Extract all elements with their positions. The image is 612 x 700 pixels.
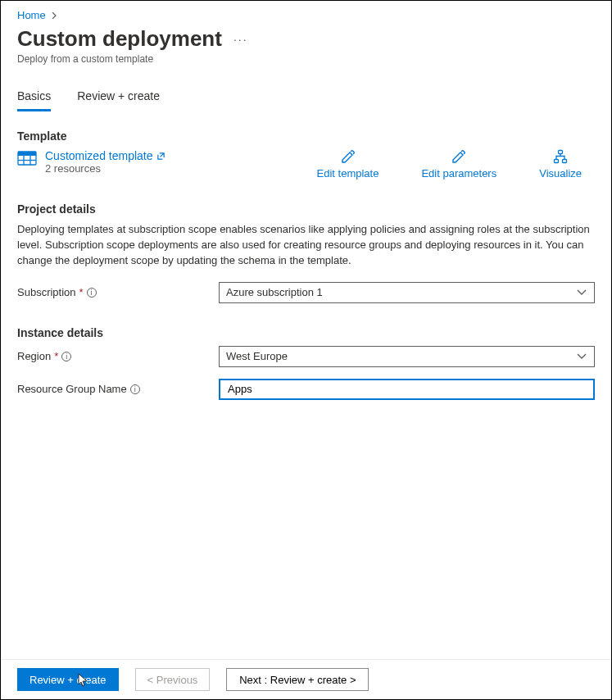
pencil-icon xyxy=(451,149,466,164)
visualize-button[interactable]: Visualize xyxy=(539,149,582,180)
review-create-button[interactable]: Review + create xyxy=(17,668,119,691)
svg-rect-1 xyxy=(18,152,36,156)
section-template: Template xyxy=(17,130,595,143)
edit-template-label: Edit template xyxy=(317,167,379,180)
info-icon[interactable]: i xyxy=(87,288,97,298)
info-icon[interactable]: i xyxy=(130,384,140,394)
more-actions-icon[interactable]: ··· xyxy=(233,33,248,46)
pencil-icon xyxy=(341,149,356,164)
breadcrumb-home[interactable]: Home xyxy=(17,9,46,21)
svg-rect-6 xyxy=(555,160,559,163)
template-resources-count: 2 resources xyxy=(45,162,165,175)
visualize-label: Visualize xyxy=(539,167,582,180)
next-button[interactable]: Next : Review + create > xyxy=(226,668,369,691)
subscription-value: Azure subscription 1 xyxy=(226,286,323,298)
info-icon[interactable]: i xyxy=(61,352,71,361)
breadcrumb: Home xyxy=(17,9,595,21)
svg-rect-5 xyxy=(559,151,563,154)
resource-group-name-input[interactable] xyxy=(226,382,587,396)
page-subtitle: Deploy from a custom template xyxy=(17,53,595,65)
resource-group-name-label: Resource Group Name i xyxy=(17,383,219,395)
tabs: Basics Review + create xyxy=(17,89,595,111)
edit-parameters-button[interactable]: Edit parameters xyxy=(421,149,496,180)
external-link-icon xyxy=(156,152,165,161)
required-icon: * xyxy=(54,350,58,362)
resource-group-name-input-wrapper xyxy=(219,379,595,400)
footer: Review + create < Previous Next : Review… xyxy=(1,659,611,699)
template-link-text: Customized template xyxy=(45,149,153,162)
template-icon xyxy=(17,149,37,169)
page-title: Custom deployment xyxy=(17,26,222,52)
customized-template-link[interactable]: Customized template xyxy=(45,149,165,162)
section-instance-details: Instance details xyxy=(17,326,595,339)
chevron-right-icon xyxy=(51,11,57,20)
tab-basics[interactable]: Basics xyxy=(17,89,51,111)
subscription-label: Subscription * i xyxy=(17,286,219,298)
section-project-details: Project details xyxy=(17,202,595,216)
svg-rect-7 xyxy=(563,160,567,163)
edit-template-button[interactable]: Edit template xyxy=(317,149,379,180)
required-icon: * xyxy=(79,286,84,298)
visualize-icon xyxy=(553,149,568,164)
chevron-down-icon xyxy=(576,351,587,362)
region-label: Region * i xyxy=(17,350,219,362)
region-value: West Europe xyxy=(226,350,288,362)
previous-button: < Previous xyxy=(135,668,211,691)
edit-parameters-label: Edit parameters xyxy=(421,167,496,180)
tab-review-create[interactable]: Review + create xyxy=(77,89,160,111)
region-select[interactable]: West Europe xyxy=(219,346,595,367)
chevron-down-icon xyxy=(576,287,587,298)
subscription-select[interactable]: Azure subscription 1 xyxy=(219,282,595,303)
project-details-description: Deploying templates at subscription scop… xyxy=(17,222,595,269)
